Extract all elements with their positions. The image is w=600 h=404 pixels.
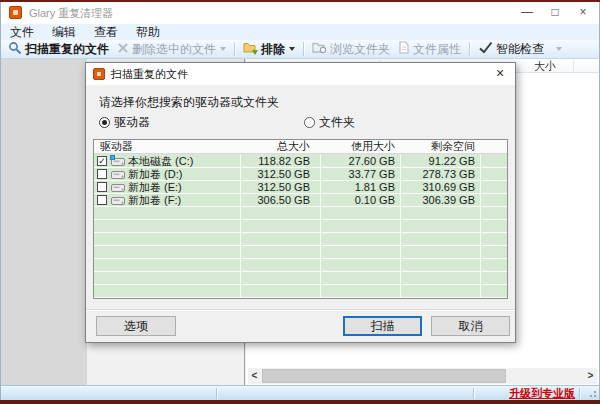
smart-check-button[interactable]: 智能检查 <box>474 41 548 58</box>
table-row[interactable]: 新加卷 (E:)312.50 GB1.81 GB310.69 GB <box>94 181 507 194</box>
dialog-prompt: 请选择你想搜索的驱动器或文件夹 <box>99 94 279 111</box>
chevron-down-icon[interactable] <box>220 47 226 51</box>
drive-used-size: 27.60 GB <box>320 155 395 167</box>
radio-icon <box>99 117 110 128</box>
menu-bar: 文件编辑查看帮助 <box>1 24 599 40</box>
dialog-close-button[interactable]: × <box>485 63 515 85</box>
folders-radio[interactable]: 文件夹 <box>304 114 355 131</box>
scrollbar-thumb[interactable] <box>262 369 506 383</box>
file-properties-button[interactable]: 文件属性 <box>394 41 465 58</box>
radio-icon <box>304 117 315 128</box>
file-properties-icon <box>398 41 410 57</box>
drive-total-size: 118.82 GB <box>240 155 310 167</box>
chevron-down-icon[interactable] <box>289 47 295 51</box>
folders-radio-label: 文件夹 <box>319 114 355 131</box>
scroll-left-icon[interactable]: < <box>248 368 261 384</box>
empty-table-row <box>94 207 507 220</box>
smart-check-dropdown[interactable] <box>548 41 566 58</box>
statusbar-divider <box>579 388 580 399</box>
empty-table-row <box>94 259 507 272</box>
column-header[interactable]: 剩余空间 <box>400 140 475 153</box>
options-button[interactable]: 选项 <box>96 316 176 336</box>
toolbar-separator <box>234 42 235 56</box>
checkbox-icon[interactable] <box>97 182 107 192</box>
menu-item[interactable]: 编辑 <box>43 24 85 40</box>
browse-folder-icon <box>312 41 327 57</box>
column-header[interactable]: 总大小 <box>240 140 310 153</box>
maximize-button[interactable]: □ <box>541 2 569 24</box>
menu-item[interactable]: 帮助 <box>127 24 169 40</box>
drive-used-size: 1.81 GB <box>320 181 395 193</box>
check-icon <box>478 41 493 57</box>
checkbox-icon[interactable] <box>97 169 107 179</box>
table-row[interactable]: ✓本地磁盘 (C:)118.82 GB27.60 GB91.22 GB <box>94 155 507 168</box>
dialog-title-bar: 扫描重复的文件 × <box>86 63 515 85</box>
system-drive-badge-icon <box>110 155 115 160</box>
drives-radio[interactable]: 驱动器 <box>99 114 150 131</box>
drive-total-size: 312.50 GB <box>240 181 310 193</box>
statusbar-divider <box>216 388 217 399</box>
drive-used-size: 0.10 GB <box>320 194 395 206</box>
sidebar-panel <box>1 59 87 385</box>
drive-free-size: 306.39 GB <box>400 194 475 206</box>
close-button[interactable]: × <box>569 2 597 24</box>
column-header[interactable]: 使用大小 <box>320 140 395 153</box>
empty-table-row <box>94 233 507 246</box>
drive-name: 新加卷 (D:) <box>128 168 182 180</box>
dialog-icon <box>93 68 105 80</box>
scan-duplicate-files-button[interactable]: 扫描重复的文件 <box>4 41 113 58</box>
table-row[interactable]: 新加卷 (D:)312.50 GB33.77 GB278.73 GB <box>94 168 507 181</box>
dialog-title: 扫描重复的文件 <box>111 63 188 85</box>
folder-exclude-icon <box>243 41 258 58</box>
statusbar-divider <box>473 388 474 399</box>
drive-free-size: 310.69 GB <box>400 181 475 193</box>
empty-table-row <box>94 285 507 298</box>
toolbar-item-label: 排除 <box>261 41 285 58</box>
horizontal-scrollbar[interactable]: < > <box>248 368 597 384</box>
toolbar-item-label: 智能检查 <box>496 41 544 58</box>
header-divider <box>573 60 574 72</box>
dialog-divider <box>86 309 515 310</box>
delete-x-icon <box>117 42 129 57</box>
drive-name: 本地磁盘 (C:) <box>128 155 193 167</box>
drive-name: 新加卷 (E:) <box>128 181 182 193</box>
drive-free-size: 278.73 GB <box>400 168 475 180</box>
resize-grip-icon[interactable] <box>587 388 596 397</box>
drives-radio-label: 驱动器 <box>114 114 150 131</box>
table-row[interactable]: 新加卷 (F:)306.50 GB0.10 GB306.39 GB <box>94 194 507 207</box>
empty-table-row <box>94 246 507 259</box>
title-bar: Glary 重复清理器 — □ × <box>1 2 599 24</box>
size-column-header[interactable]: 大小 <box>534 59 556 73</box>
exclude-button[interactable]: 排除 <box>239 41 299 58</box>
toolbar-item-label: 扫描重复的文件 <box>25 41 109 58</box>
toolbar-item-label: 文件属性 <box>413 41 461 58</box>
empty-table-row <box>94 272 507 285</box>
status-bar: 升级到专业版 <box>1 385 599 400</box>
menu-item[interactable]: 文件 <box>1 24 43 40</box>
cancel-button[interactable]: 取消 <box>431 316 510 336</box>
drive-used-size: 33.77 GB <box>320 168 395 180</box>
drives-table-header: 驱动器总大小使用大小剩余空间 <box>94 140 507 154</box>
scan-button[interactable]: 扫描 <box>343 316 422 336</box>
drives-table-body: ✓本地磁盘 (C:)118.82 GB27.60 GB91.22 GB新加卷 (… <box>94 155 507 298</box>
checkbox-checked-icon[interactable]: ✓ <box>97 156 107 166</box>
app-icon <box>9 6 22 19</box>
toolbar-item-label: 删除选中的文件 <box>132 41 216 58</box>
drive-total-size: 306.50 GB <box>240 194 310 206</box>
menu-item[interactable]: 查看 <box>85 24 127 40</box>
drive-free-size: 91.22 GB <box>400 155 475 167</box>
browse-folder-button[interactable]: 浏览文件夹 <box>308 41 394 58</box>
upgrade-to-pro-link[interactable]: 升级到专业版 <box>509 386 575 401</box>
toolbar-item-label: 浏览文件夹 <box>330 41 390 58</box>
toolbar-separator <box>469 42 470 56</box>
minimize-button[interactable]: — <box>513 2 541 24</box>
scan-dialog: 扫描重复的文件 × 请选择你想搜索的驱动器或文件夹 驱动器 文件夹 驱动器总大小… <box>85 62 516 343</box>
toolbar-separator <box>303 42 304 56</box>
chevron-down-icon[interactable] <box>556 47 562 51</box>
column-header[interactable]: 驱动器 <box>100 140 133 153</box>
checkbox-icon[interactable] <box>97 195 107 205</box>
delete-selected-files-button[interactable]: 删除选中的文件 <box>113 41 230 58</box>
toolbar: 扫描重复的文件删除选中的文件排除浏览文件夹文件属性智能检查 <box>1 40 599 59</box>
scroll-right-icon[interactable]: > <box>584 368 597 384</box>
drives-table: 驱动器总大小使用大小剩余空间 ✓本地磁盘 (C:)118.82 GB27.60 … <box>93 139 508 299</box>
